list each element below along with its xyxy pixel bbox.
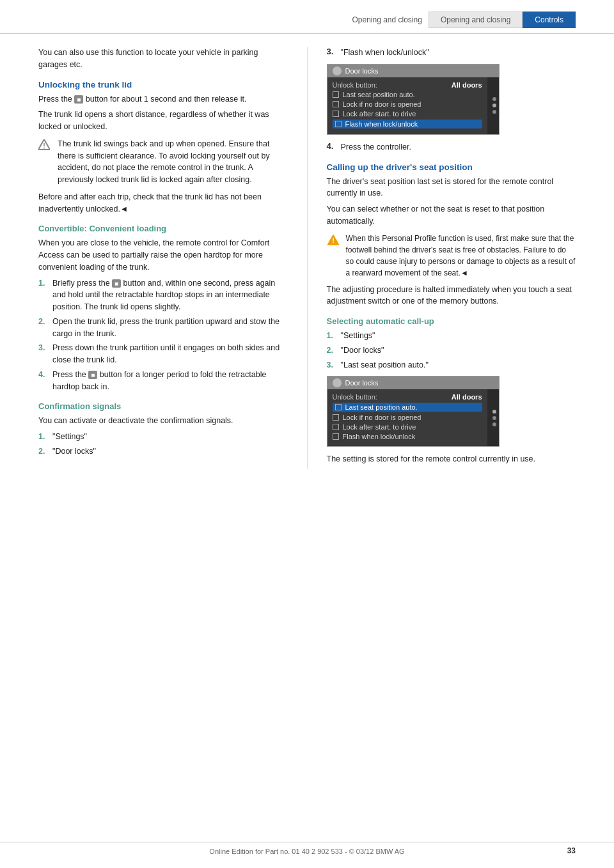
list-item: 2. "Door locks" bbox=[327, 345, 576, 357]
section-label: Opening and closing bbox=[352, 15, 421, 24]
step-num: 2. bbox=[38, 446, 49, 458]
screen2-title: Door locks bbox=[345, 379, 379, 387]
screen1-header-row: Unlock button: All doors bbox=[333, 81, 482, 89]
tab-opening-closing[interactable]: Opening and closing bbox=[429, 12, 523, 28]
screen1-row1: Last seat position auto. bbox=[333, 91, 482, 98]
screen2-row4-text: Flash when lock/unlock bbox=[343, 433, 416, 440]
screen1-title-bar: Door locks bbox=[327, 65, 499, 77]
step3-text: "Flash when lock/unlock" bbox=[341, 47, 429, 59]
footer-text: Online Edition for Part no. 01 40 2 902 … bbox=[209, 848, 404, 855]
warning-text: When this Personal Profile function is u… bbox=[346, 233, 576, 279]
step-num: 4. bbox=[38, 369, 49, 393]
left-column: You can also use this function to locate… bbox=[38, 47, 308, 469]
calling-body2: You can select whether or not the seat i… bbox=[327, 203, 576, 228]
note-box-trunk: The trunk lid swings back and up when op… bbox=[38, 138, 288, 186]
section-selecting-heading: Selecting automatic call-up bbox=[327, 316, 576, 326]
svg-point-2 bbox=[43, 147, 45, 148]
screen2-row2: Lock if no door is opened bbox=[333, 414, 482, 421]
screen1-header-value: All doors bbox=[452, 81, 482, 89]
list-item: 2. "Door locks" bbox=[38, 446, 288, 458]
screen1-row2-text: Lock if no door is opened bbox=[343, 100, 421, 108]
section-unlocking-heading: Unlocking the trunk lid bbox=[38, 80, 288, 89]
calling-body1: The driver's seat position last set is s… bbox=[327, 176, 576, 200]
step-num: 1. bbox=[38, 277, 49, 313]
screen1-body: Unlock button: All doors Last seat posit… bbox=[327, 77, 499, 134]
step4-num: 4. bbox=[327, 141, 337, 153]
warning-box: ! When this Personal Profile function is… bbox=[327, 233, 576, 279]
screen2-nav bbox=[490, 389, 499, 446]
list-item: 4. Press the ■ button for a longer perio… bbox=[38, 369, 288, 393]
screen-mockup-2: Door locks Unlock button: All doors Last… bbox=[327, 376, 500, 447]
warning-icon: ! bbox=[327, 234, 341, 279]
section1-note2: Before and after each trip, check that t… bbox=[38, 191, 288, 215]
screen1-row3: Lock after start. to drive bbox=[333, 110, 482, 118]
step-num: 1. bbox=[38, 431, 49, 443]
screen2-row4: Flash when lock/unlock bbox=[333, 433, 482, 440]
section-convertible-heading: Convertible: Convenient loading bbox=[38, 224, 288, 233]
screen1-content: Unlock button: All doors Last seat posit… bbox=[327, 77, 487, 134]
screen2-title-bar: Door locks bbox=[327, 376, 499, 389]
step-text: "Settings" bbox=[341, 330, 375, 342]
right-column: 3. "Flash when lock/unlock" Door locks U… bbox=[308, 47, 576, 469]
screen2-row2-text: Lock if no door is opened bbox=[343, 414, 421, 421]
screen-mockup-1: Door locks Unlock button: All doors Last… bbox=[327, 64, 500, 135]
intro-text: You can also use this function to locate… bbox=[38, 47, 288, 71]
step-text: Open the trunk lid, press the trunk part… bbox=[52, 316, 288, 340]
section1-body1: Press the ■ button for about 1 second an… bbox=[38, 93, 288, 105]
nav-dot-active bbox=[492, 104, 496, 107]
step-num: 2. bbox=[327, 345, 337, 357]
section2-body: When you are close to the vehicle, the r… bbox=[38, 237, 288, 273]
svg-text:!: ! bbox=[332, 236, 335, 244]
section-calling-heading: Calling up the driver's seat position bbox=[327, 162, 576, 172]
step-text: Press down the trunk partition until it … bbox=[52, 342, 288, 366]
selecting-steps: 1. "Settings" 2. "Door locks" 3. "Last s… bbox=[327, 330, 576, 371]
step-text: Press the ■ button for a longer period t… bbox=[52, 369, 288, 393]
screen1-title: Door locks bbox=[345, 67, 379, 75]
checkbox-s2-4 bbox=[333, 433, 339, 440]
tab-controls[interactable]: Controls bbox=[523, 12, 576, 28]
page-number: 33 bbox=[567, 846, 576, 855]
triangle-icon bbox=[38, 139, 52, 186]
list-item: 2. Open the trunk lid, press the trunk p… bbox=[38, 316, 288, 340]
screen2-header-label: Unlock button: bbox=[333, 393, 377, 401]
checkbox2 bbox=[333, 101, 339, 107]
step-text: "Door locks" bbox=[52, 446, 96, 458]
convertible-steps: 1. Briefly press the ■ button and, withi… bbox=[38, 277, 288, 393]
checkbox3 bbox=[333, 111, 339, 117]
content-area: You can also use this function to locate… bbox=[0, 34, 614, 482]
confirmation-steps: 1. "Settings" 2. "Door locks" bbox=[38, 431, 288, 458]
note1-text: The trunk lid swings back and up when op… bbox=[58, 138, 288, 186]
checkbox1 bbox=[333, 91, 339, 98]
header-tabs: Opening and closing Controls bbox=[429, 12, 576, 28]
screen2-header-row: Unlock button: All doors bbox=[333, 393, 482, 401]
page-container: Opening and closing Opening and closing … bbox=[0, 0, 614, 868]
selecting-footer: The setting is stored for the remote con… bbox=[327, 453, 576, 465]
screen1-row4-text: Flash when lock/unlock bbox=[345, 120, 418, 128]
list-item: 3. "Last seat position auto." bbox=[327, 359, 576, 371]
list-item: 1. "Settings" bbox=[38, 431, 288, 443]
nav-dot bbox=[492, 416, 496, 420]
step-num: 2. bbox=[38, 316, 49, 340]
step-text: "Door locks" bbox=[341, 345, 384, 357]
screen2-row3-text: Lock after start. to drive bbox=[343, 423, 416, 431]
screen1-row3-text: Lock after start. to drive bbox=[343, 110, 416, 118]
step-num: 3. bbox=[38, 342, 49, 366]
nav-dot-active bbox=[492, 410, 496, 414]
screen2-row1: Last seat position auto. bbox=[333, 403, 482, 412]
screen1-row1-text: Last seat position auto. bbox=[343, 91, 415, 98]
screen2-content: Unlock button: All doors Last seat posit… bbox=[327, 389, 487, 446]
screen2-body: Unlock button: All doors Last seat posit… bbox=[327, 389, 499, 446]
nav-dot bbox=[492, 97, 496, 101]
step-num: 1. bbox=[327, 330, 337, 342]
section1-body2: The trunk lid opens a short distance, re… bbox=[38, 109, 288, 133]
screen1-nav bbox=[490, 77, 499, 134]
screen1-row4: Flash when lock/unlock bbox=[333, 120, 482, 128]
list-item: 3. Press down the trunk partition until … bbox=[38, 342, 288, 366]
section3-body: You can activate or deactivate the confi… bbox=[38, 415, 288, 427]
nav-dot bbox=[492, 422, 496, 426]
section-confirmation-heading: Confirmation signals bbox=[38, 401, 288, 411]
step-text: "Last seat position auto." bbox=[341, 359, 429, 371]
list-item: 1. Briefly press the ■ button and, withi… bbox=[38, 277, 288, 313]
list-item: 1. "Settings" bbox=[327, 330, 576, 342]
checkbox4 bbox=[335, 121, 342, 127]
